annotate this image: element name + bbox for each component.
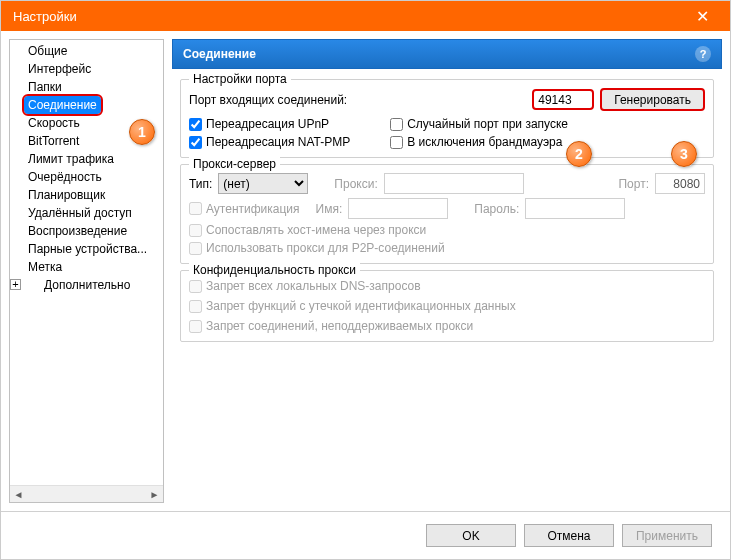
upnp-checkbox[interactable]: Переадресация UPnP [189,117,350,131]
tree-item-connection[interactable]: Соединение [24,96,101,114]
expand-icon[interactable]: + [10,279,21,290]
panel-header: Соединение ? [172,39,722,69]
proxy-user-input [348,198,448,219]
tree-item-paired[interactable]: Парные устройства... [24,240,151,258]
incoming-port-label: Порт входящих соединений: [189,93,347,107]
proxy-group: Прокси-сервер Тип: (нет) Прокси: Порт: А… [180,164,714,264]
titlebar: Настройки ✕ [1,1,730,31]
proxy-host-label: Прокси: [334,177,377,191]
proxy-hostnames-checkbox: Сопоставлять хост-имена через прокси [189,223,705,237]
generate-port-button[interactable]: Генерировать [600,88,705,111]
window-title: Настройки [13,9,77,24]
proxy-privacy-group: Конфиденциальность прокси Запрет всех ло… [180,270,714,342]
incoming-port-input[interactable] [532,89,594,110]
scroll-right-icon[interactable]: ► [146,486,163,503]
tree-item-folders[interactable]: Папки [24,78,66,96]
proxy-p2p-checkbox: Использовать прокси для P2P-соединений [189,241,705,255]
tree-item-bittorrent[interactable]: BitTorrent [24,132,83,150]
proxy-type-label: Тип: [189,177,212,191]
tree-item-scheduler[interactable]: Планировщик [24,186,109,204]
port-settings-legend: Настройки порта [189,72,291,86]
tree-item-label[interactable]: Метка [24,258,66,276]
scroll-left-icon[interactable]: ◄ [10,486,27,503]
proxy-auth-checkbox: Аутентификация [189,202,300,216]
privacy-dns-checkbox: Запрет всех локальных DNS-запросов [189,279,705,293]
tree-item-general[interactable]: Общие [24,42,71,60]
dialog-footer: OK Отмена Применить [1,511,730,559]
help-icon[interactable]: ? [695,46,711,62]
proxy-user-label: Имя: [316,202,343,216]
settings-tree: Общие Интерфейс Папки Соединение Скорост… [9,39,164,503]
proxy-port-label: Порт: [618,177,649,191]
ok-button[interactable]: OK [426,524,516,547]
tree-item-interface[interactable]: Интерфейс [24,60,95,78]
cancel-button[interactable]: Отмена [524,524,614,547]
close-icon[interactable]: ✕ [682,1,722,31]
proxy-privacy-legend: Конфиденциальность прокси [189,263,360,277]
proxy-type-select[interactable]: (нет) [218,173,308,194]
proxy-pass-input [525,198,625,219]
tree-item-remote[interactable]: Удалённый доступ [24,204,136,222]
proxy-legend: Прокси-сервер [189,157,280,171]
proxy-pass-label: Пароль: [474,202,519,216]
tree-item-advanced[interactable]: Дополнительно [40,276,134,294]
apply-button: Применить [622,524,712,547]
natpmp-checkbox[interactable]: Переадресация NAT-PMP [189,135,350,149]
privacy-unsupported-checkbox: Запрет соединений, неподдерживаемых прок… [189,319,705,333]
port-settings-group: Настройки порта Порт входящих соединений… [180,79,714,158]
privacy-leak-checkbox: Запрет функций с утечкой идентификационн… [189,299,705,313]
horizontal-scrollbar[interactable]: ◄ ► [10,485,163,502]
firewall-exception-checkbox[interactable]: В исключения брандмауэра [390,135,568,149]
proxy-port-input [655,173,705,194]
tree-item-traffic-limit[interactable]: Лимит трафика [24,150,118,168]
tree-item-queue[interactable]: Очерёдность [24,168,106,186]
tree-item-speed[interactable]: Скорость [24,114,84,132]
proxy-host-input [384,173,524,194]
panel-title: Соединение [183,47,256,61]
tree-item-playback[interactable]: Воспроизведение [24,222,131,240]
random-port-checkbox[interactable]: Случайный порт при запуске [390,117,568,131]
